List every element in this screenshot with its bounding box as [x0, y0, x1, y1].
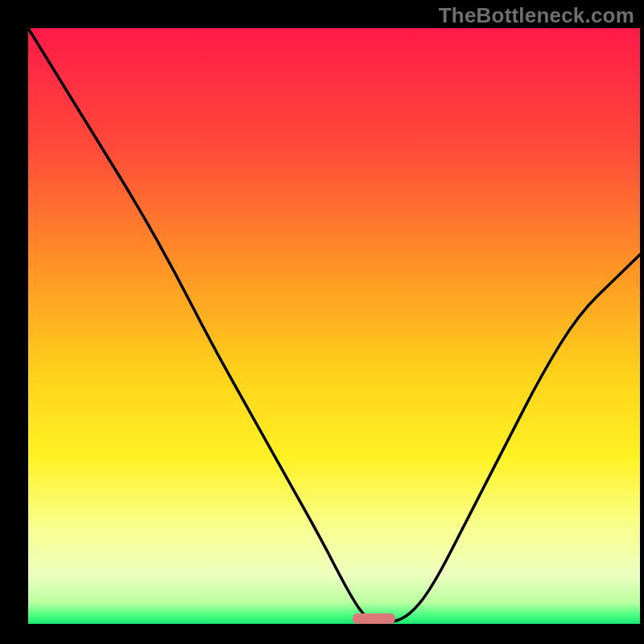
- plot-background: [28, 28, 640, 624]
- bottleneck-chart: [0, 0, 644, 644]
- chart-frame: TheBottleneck.com: [0, 0, 644, 644]
- watermark-text: TheBottleneck.com: [439, 3, 634, 28]
- trough-marker: [353, 613, 395, 624]
